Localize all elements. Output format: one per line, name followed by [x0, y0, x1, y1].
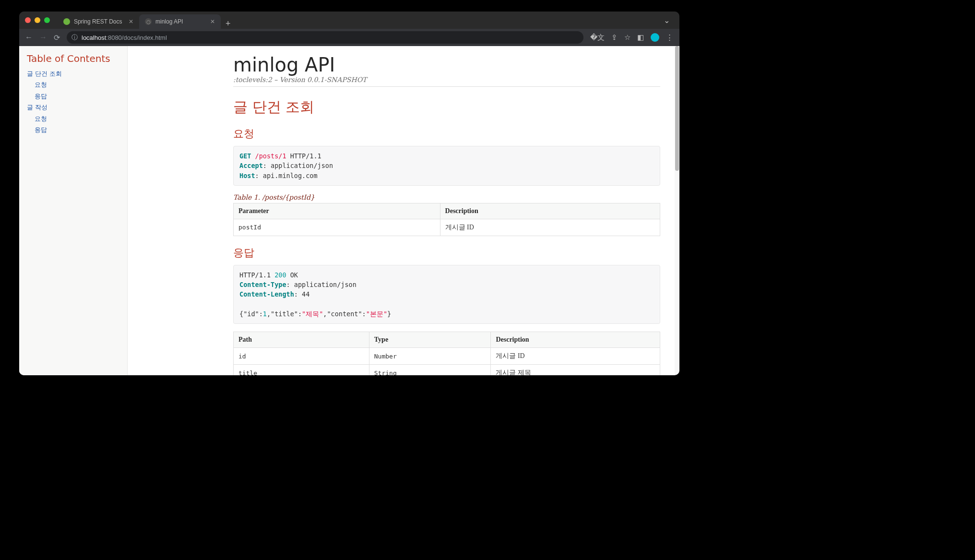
table-row: postId 게시글 ID: [234, 219, 660, 236]
traffic-lights: [25, 17, 50, 23]
window-close-button[interactable]: [25, 17, 31, 23]
code-response: HTTP/1.1 200 OK Content-Type: applicatio…: [233, 265, 660, 324]
favicon-icon: [63, 18, 70, 25]
section-heading-get-post: 글 단건 조회: [233, 97, 660, 117]
toc-title: Table of Contents: [27, 53, 119, 64]
side-panel-icon[interactable]: ◧: [637, 33, 644, 42]
table-row: id Number 게시글 ID: [234, 348, 660, 365]
col-description: Description: [440, 203, 660, 219]
tab-title: Spring REST Docs: [74, 18, 122, 25]
address-bar[interactable]: ⓘ localhost:8080/docs/index.html: [67, 31, 583, 44]
tabs-overflow-button[interactable]: ⌄: [660, 16, 674, 25]
reload-button[interactable]: ⟳: [54, 33, 60, 42]
page-content: Table of Contents 글 단건 조회 요청 응답 글 작성 요청 …: [19, 46, 679, 375]
toc-link[interactable]: 응답: [35, 126, 47, 133]
toc-link[interactable]: 응답: [35, 93, 47, 100]
response-fields-table: Path Type Description id Number 게시글 ID t…: [233, 332, 660, 375]
forward-button[interactable]: →: [39, 33, 47, 42]
toolbar: ← → ⟳ ⓘ localhost:8080/docs/index.html �…: [19, 29, 679, 46]
version-line: :toclevels:2 – Version 0.0.1-SNAPSHOT: [233, 76, 660, 87]
table-caption: Table 1. /posts/{postId}: [233, 193, 660, 201]
tab-minlog-api[interactable]: ◌ minlog API ✕: [139, 14, 221, 29]
col-description: Description: [491, 332, 660, 348]
close-icon[interactable]: ✕: [129, 18, 133, 25]
tab-title: minlog API: [155, 18, 183, 25]
toc-item-create-post: 글 작성 요청 응답: [27, 102, 119, 135]
url-text: localhost:8080/docs/index.html: [82, 34, 167, 41]
page-title: minlog API: [233, 54, 660, 76]
share-icon[interactable]: ⇪: [611, 33, 618, 42]
tab-strip: Spring REST Docs ✕ ◌ minlog API ✕ +: [58, 12, 236, 29]
translate-icon[interactable]: �文: [590, 33, 605, 42]
window-fullscreen-button[interactable]: [44, 17, 50, 23]
toc-list: 글 단건 조회 요청 응답 글 작성 요청 응답: [27, 68, 119, 135]
tab-spring-rest-docs[interactable]: Spring REST Docs ✕: [58, 14, 139, 29]
col-parameter: Parameter: [234, 203, 440, 219]
new-tab-button[interactable]: +: [221, 19, 236, 29]
subsection-response: 응답: [233, 246, 660, 260]
toc-link[interactable]: 요청: [35, 81, 47, 88]
window-minimize-button[interactable]: [35, 17, 40, 23]
back-button[interactable]: ←: [25, 33, 33, 42]
profile-avatar[interactable]: [651, 33, 659, 42]
kebab-menu-icon[interactable]: ⋮: [666, 33, 674, 42]
col-type: Type: [369, 332, 491, 348]
favicon-icon: ◌: [145, 18, 152, 25]
sidebar-toc: Table of Contents 글 단건 조회 요청 응답 글 작성 요청 …: [19, 46, 128, 375]
toolbar-actions: �文 ⇪ ☆ ◧ ⋮: [590, 33, 674, 42]
toc-item-get-post: 글 단건 조회 요청 응답: [27, 68, 119, 102]
toc-link[interactable]: 글 단건 조회: [27, 70, 62, 77]
col-path: Path: [234, 332, 369, 348]
close-icon[interactable]: ✕: [210, 18, 215, 25]
subsection-request: 요청: [233, 127, 660, 141]
toc-link[interactable]: 글 작성: [27, 104, 48, 111]
titlebar: Spring REST Docs ✕ ◌ minlog API ✕ + ⌄: [19, 12, 679, 29]
bookmark-icon[interactable]: ☆: [624, 33, 630, 42]
path-params-table: Parameter Description postId 게시글 ID: [233, 203, 660, 236]
code-request: GET /posts/1 HTTP/1.1 Accept: applicatio…: [233, 146, 660, 186]
toc-link[interactable]: 요청: [35, 115, 47, 122]
site-info-icon[interactable]: ⓘ: [71, 33, 78, 42]
table-row: title String 게시글 제목: [234, 365, 660, 376]
doc-body: minlog API :toclevels:2 – Version 0.0.1-…: [128, 46, 679, 375]
scrollbar-thumb[interactable]: [675, 46, 679, 171]
browser-window: Spring REST Docs ✕ ◌ minlog API ✕ + ⌄ ← …: [19, 12, 679, 375]
page-scrollbar[interactable]: [675, 46, 679, 375]
